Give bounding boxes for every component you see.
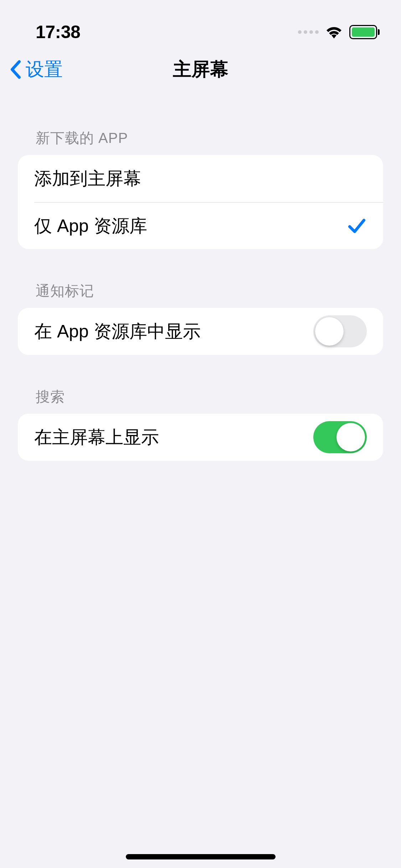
back-label: 设置 xyxy=(26,57,63,82)
checkmark-icon xyxy=(347,216,367,236)
section-header-search: 搜索 xyxy=(0,387,401,414)
section-header-badges: 通知标记 xyxy=(0,281,401,308)
group-badges: 在 App 资源库中显示 xyxy=(18,308,383,355)
status-indicators xyxy=(298,25,380,39)
row-show-on-home: 在主屏幕上显示 xyxy=(18,414,383,461)
toggle-show-on-home[interactable] xyxy=(313,421,367,453)
chevron-left-icon xyxy=(9,59,23,80)
wifi-icon xyxy=(325,25,343,39)
row-label: 在 App 资源库中显示 xyxy=(34,320,201,343)
page-title: 主屏幕 xyxy=(173,57,228,82)
group-search: 在主屏幕上显示 xyxy=(18,414,383,461)
nav-header: 设置 主屏幕 xyxy=(0,46,401,93)
cellular-icon xyxy=(298,30,319,34)
status-time: 17:38 xyxy=(36,22,80,42)
section-header-new-downloads: 新下载的 APP xyxy=(0,128,401,155)
option-add-to-home[interactable]: 添加到主屏幕 xyxy=(18,155,383,202)
group-new-downloads: 添加到主屏幕 仅 App 资源库 xyxy=(18,155,383,249)
row-label: 仅 App 资源库 xyxy=(34,214,147,238)
option-app-library-only[interactable]: 仅 App 资源库 xyxy=(34,202,383,249)
toggle-show-in-library[interactable] xyxy=(313,315,367,347)
row-label: 在主屏幕上显示 xyxy=(34,425,159,449)
section-new-downloads: 新下载的 APP 添加到主屏幕 仅 App 资源库 xyxy=(0,128,401,249)
battery-icon xyxy=(349,25,380,39)
row-label: 添加到主屏幕 xyxy=(34,167,141,191)
row-show-in-library: 在 App 资源库中显示 xyxy=(18,308,383,355)
status-bar: 17:38 xyxy=(0,0,401,46)
section-search: 搜索 在主屏幕上显示 xyxy=(0,387,401,461)
home-indicator[interactable] xyxy=(126,854,276,859)
back-button[interactable]: 设置 xyxy=(9,57,63,82)
section-badges: 通知标记 在 App 资源库中显示 xyxy=(0,281,401,355)
